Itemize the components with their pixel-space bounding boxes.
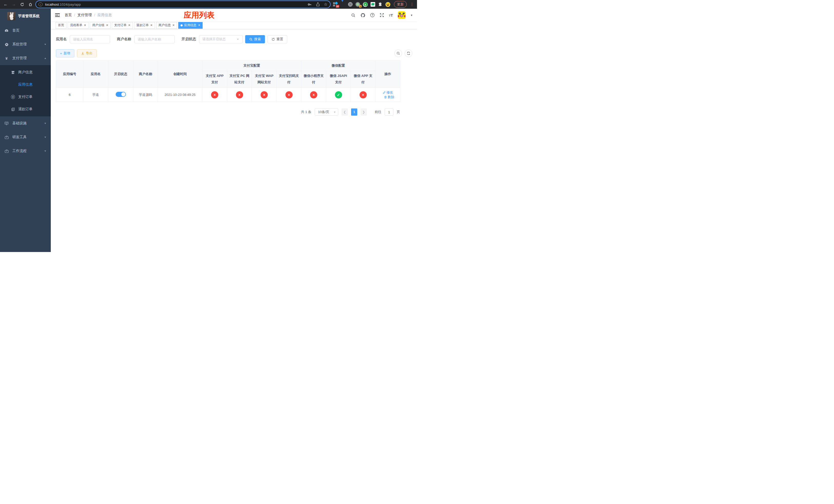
next-page-button[interactable]: ❯ [360, 109, 367, 116]
tab-process-form[interactable]: 流程表单 ✕ [68, 22, 88, 29]
breadcrumb: 首页 / 支付管理 / 应用信息 [65, 13, 112, 18]
sidebar-item-workflow[interactable]: 工作流程 ▼ [0, 144, 51, 158]
tab-home[interactable]: 首页 [56, 22, 66, 29]
close-icon[interactable]: ✕ [84, 24, 86, 27]
toggle-search-icon[interactable] [394, 49, 402, 57]
document-icon [11, 108, 15, 111]
gear-icon [4, 42, 9, 47]
sidebar-menu: 首页 系统管理 ▼ ¥ 支付管理 ▲ [0, 24, 51, 252]
status-toggle[interactable] [116, 92, 126, 97]
extension-proxy-icon[interactable]: 1 [355, 2, 360, 7]
delete-link[interactable]: 删除 [384, 95, 394, 99]
app-title: 芋道管理系统 [18, 14, 40, 19]
export-button[interactable]: 导出 [77, 49, 97, 58]
cell-name: 芋道 [83, 88, 108, 102]
extension-command-icon[interactable]: ⌘ [348, 2, 353, 7]
extensions-puzzle-icon[interactable] [378, 2, 382, 7]
tab-app-info[interactable]: 应用信息 ✕ [178, 22, 203, 29]
close-icon[interactable]: ✕ [172, 24, 175, 27]
tab-pay-order[interactable]: 支付订单 ✕ [112, 22, 133, 29]
app-name-input[interactable] [70, 35, 110, 43]
bookmark-star-icon[interactable]: ☆ [324, 2, 328, 6]
tab-refund-order[interactable]: 退款订单 ✕ [134, 22, 155, 29]
sidebar-item-label: 系统管理 [12, 42, 27, 47]
goto-label: 前往 [375, 110, 381, 114]
fullscreen-icon[interactable] [379, 13, 384, 18]
sidebar-item-dev-tools[interactable]: 研发工具 ▼ [0, 130, 51, 144]
toolbox-icon [4, 135, 9, 139]
total-count: 共 1 条 [301, 110, 311, 114]
profile-avatar-icon[interactable] [386, 2, 390, 7]
sidebar-item-label: 退款订单 [18, 107, 32, 112]
extension-gem-icon[interactable] [341, 2, 345, 7]
goto-page-input[interactable] [385, 109, 393, 116]
refresh-icon[interactable] [405, 49, 412, 57]
sidebar-item-merchant-info[interactable]: 商户信息 [0, 66, 51, 78]
close-icon[interactable]: ✕ [106, 24, 108, 27]
font-size-icon[interactable]: TT [389, 13, 393, 18]
back-icon[interactable]: ← [2, 1, 9, 8]
navbar-actions: TT ▼ [351, 11, 413, 19]
page-size-select[interactable]: 10条/页 ▼ [315, 109, 338, 116]
sidebar-item-refund-order[interactable]: 退款订单 [0, 103, 51, 115]
sidebar-item-system[interactable]: 系统管理 ▼ [0, 38, 51, 51]
merchant-name-label: 商户名称 [117, 37, 131, 42]
col-header-actions: 操作 [375, 61, 400, 88]
extension-yudao-icon[interactable]: y [363, 2, 368, 7]
breadcrumb-home[interactable]: 首页 [65, 13, 72, 18]
url-bar[interactable]: i localhost:1024/pay/app ☆ [36, 1, 331, 8]
breadcrumb-payment[interactable]: 支付管理 [78, 13, 92, 18]
merchant-name-input[interactable] [134, 35, 175, 43]
site-info-icon[interactable]: i [39, 2, 43, 6]
page-number-button[interactable]: 1 [351, 109, 357, 116]
password-key-icon[interactable] [307, 2, 312, 7]
reset-button[interactable]: 重置 [267, 35, 287, 43]
sidebar-item-payment[interactable]: ¥ 支付管理 ▲ [0, 51, 51, 65]
sidebar-item-label: 应用信息 [18, 82, 32, 87]
app-shell: 芋道管理系统 首页 [0, 9, 417, 252]
help-icon[interactable] [370, 13, 375, 18]
tab-merchant-info[interactable]: 商户信息 ✕ [156, 22, 177, 29]
sidebar-collapse-icon[interactable] [55, 12, 61, 18]
user-avatar[interactable] [398, 11, 405, 19]
edit-link[interactable]: 修改 [382, 90, 393, 95]
status-select[interactable]: 请选择开启状态 ▼ [199, 35, 243, 43]
browser-menu-icon[interactable]: ⋮ [410, 2, 415, 7]
sidebar-item-label: 首页 [12, 28, 20, 33]
briefcase-icon [4, 149, 9, 153]
chevron-down-icon: ▼ [44, 122, 47, 124]
sidebar-item-home[interactable]: 首页 [0, 24, 51, 38]
sidebar-logo[interactable]: 芋道管理系统 [0, 9, 51, 24]
close-icon[interactable]: ✕ [198, 24, 200, 27]
share-icon[interactable] [316, 2, 320, 6]
tab-user-group[interactable]: 用户分组 ✕ [90, 22, 111, 29]
sidebar-item-label: 商户信息 [18, 70, 32, 75]
close-icon[interactable]: ✕ [128, 24, 130, 27]
search-icon[interactable] [351, 13, 356, 18]
browser-update-button[interactable]: 更新 [394, 1, 407, 8]
sidebar-item-app-info[interactable]: 应用信息 [0, 78, 51, 91]
pagination: 共 1 条 10条/页 ▼ ❮ 1 ❯ 前往 页 [56, 109, 400, 116]
forward-icon[interactable]: → [10, 1, 18, 8]
extension-badge-count: 10 [336, 5, 339, 8]
add-button[interactable]: + 新增 [56, 49, 74, 58]
prev-page-button[interactable]: ❮ [342, 109, 348, 116]
home-icon[interactable] [27, 1, 34, 8]
search-button[interactable]: 搜索 [245, 35, 265, 43]
shop-icon [11, 70, 15, 74]
yen-icon: ¥ [4, 56, 9, 61]
app-name-label: 应用名 [56, 37, 67, 42]
sidebar-item-pay-order[interactable]: ¥ 支付订单 [0, 91, 51, 103]
breadcrumb-current: 应用信息 [97, 13, 112, 18]
reload-icon[interactable] [19, 1, 26, 8]
sidebar-item-label: 基础设施 [12, 121, 27, 125]
page-content: 应用名 商户名称 开启状态 请选择开启状态 ▼ 搜索 [51, 29, 417, 252]
extension-chat-icon[interactable] [371, 2, 375, 7]
sidebar-item-infrastructure[interactable]: 基础设施 ▼ [0, 116, 51, 130]
github-icon[interactable] [360, 13, 365, 18]
extension-pinned-icon[interactable]: 10 [333, 2, 338, 7]
close-icon[interactable]: ✕ [150, 24, 153, 27]
col-header-wx-app: 微信 APP 支付 [351, 71, 375, 88]
avatar-caret-icon[interactable]: ▼ [410, 14, 413, 17]
table-grid-icon [11, 83, 15, 87]
